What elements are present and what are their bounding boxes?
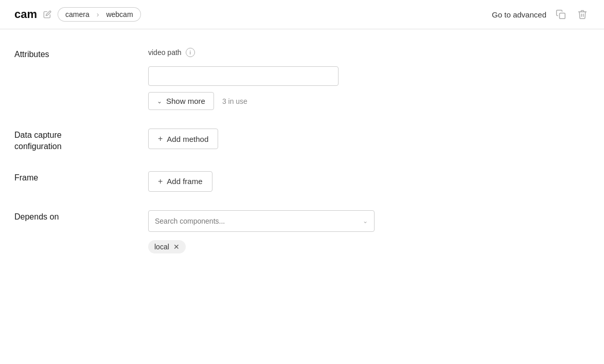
video-path-input[interactable]: [148, 66, 339, 86]
dropdown-chevron-icon: ⌄: [363, 217, 368, 225]
page-container: cam camera › webcam Go to advanced: [0, 0, 604, 364]
data-capture-content: + Add method: [148, 129, 590, 153]
list-item: local ✕: [148, 240, 186, 253]
page-title: cam: [14, 8, 37, 21]
attributes-label: Attributes: [14, 48, 148, 110]
breadcrumb-camera: camera: [58, 7, 95, 22]
edit-icon[interactable]: [43, 10, 51, 19]
add-frame-label: Add frame: [167, 177, 202, 186]
tag-label: local: [154, 243, 169, 251]
add-method-button[interactable]: + Add method: [148, 129, 218, 149]
go-to-advanced-link[interactable]: Go to advanced: [492, 10, 546, 19]
attributes-content: video path i ⌄ Show more 3 in use: [148, 48, 590, 110]
attributes-section: Attributes video path i ⌄ Show more 3 in…: [14, 48, 590, 110]
copy-button[interactable]: [554, 7, 568, 22]
show-more-label: Show more: [166, 97, 205, 105]
plus-icon: +: [158, 177, 163, 186]
show-more-button[interactable]: ⌄ Show more: [148, 92, 214, 110]
frame-section: Frame + Add frame: [14, 171, 590, 192]
depends-on-section: Depends on ⌄ local ✕: [14, 210, 590, 253]
depends-on-content: ⌄ local ✕: [148, 210, 590, 253]
plus-icon: +: [158, 134, 163, 143]
info-icon[interactable]: i: [186, 48, 195, 57]
tag-remove-button[interactable]: ✕: [173, 243, 180, 250]
chevron-down-icon: ⌄: [157, 98, 162, 105]
frame-label: Frame: [14, 171, 148, 192]
add-frame-button[interactable]: + Add frame: [148, 171, 212, 192]
breadcrumb: camera › webcam: [58, 7, 141, 22]
depends-on-label: Depends on: [14, 210, 148, 253]
video-path-label: video path: [148, 48, 182, 57]
search-components-input[interactable]: [155, 217, 363, 225]
frame-content: + Add frame: [148, 171, 590, 192]
show-more-row: ⌄ Show more 3 in use: [148, 92, 590, 110]
search-components-dropdown[interactable]: ⌄: [148, 210, 375, 232]
header: cam camera › webcam Go to advanced: [0, 0, 604, 29]
video-path-label-row: video path i: [148, 48, 590, 57]
main-content: Attributes video path i ⌄ Show more 3 in…: [0, 29, 604, 286]
header-actions: Go to advanced: [492, 7, 590, 22]
delete-button[interactable]: [575, 7, 590, 22]
breadcrumb-webcam: webcam: [101, 7, 140, 22]
tags-row: local ✕: [148, 240, 590, 253]
data-capture-label: Data capture configuration: [14, 129, 148, 153]
add-method-label: Add method: [167, 135, 208, 143]
breadcrumb-separator: ›: [95, 7, 101, 22]
svg-rect-0: [560, 13, 565, 19]
in-use-badge: 3 in use: [222, 97, 247, 105]
data-capture-section: Data capture configuration + Add method: [14, 129, 590, 153]
